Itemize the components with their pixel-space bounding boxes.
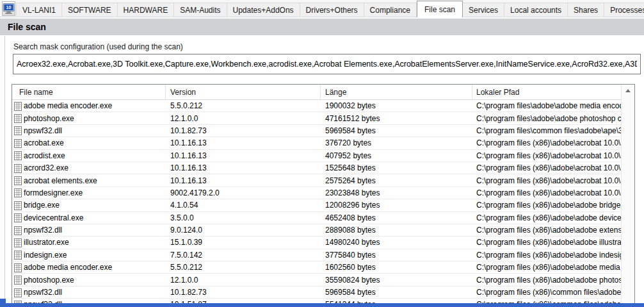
file-path: C:\program files (x86)\adobe\adobe exten… <box>472 224 622 236</box>
file-size: 2889088 bytes <box>321 224 472 236</box>
file-name: acrobat.exe <box>24 138 64 147</box>
column-header-version[interactable]: Version <box>166 85 321 99</box>
table-row[interactable]: devicecentral.exe 3.5.0.0 4652408 bytes … <box>12 212 622 224</box>
file-version: 5.5.0.212 <box>166 100 321 112</box>
file-path: C:\program files (x86)\adobe\adobe photo… <box>472 274 622 285</box>
file-grid-icon <box>13 188 22 197</box>
tab-drivers-others[interactable]: Drivers+Others <box>300 3 364 17</box>
file-path: C:\program files (x86)\adobe\adobe media… <box>472 261 622 273</box>
table-row[interactable]: npswf32.dll 9.0.124.0 2889088 bytes C:\p… <box>12 224 622 236</box>
file-grid-icon <box>13 276 22 285</box>
column-header-l-nge[interactable]: Länge <box>321 85 472 99</box>
file-size: 1525648 bytes <box>321 162 472 174</box>
file-grid-icon <box>13 263 22 272</box>
tab-software[interactable]: SOFTWARE <box>62 3 118 17</box>
file-size: 3775840 bytes <box>321 249 472 261</box>
tab-local-accounts[interactable]: Local accounts <box>504 3 568 17</box>
tab-sam-audits[interactable]: SAM-Audits <box>174 3 227 17</box>
search-mask-label: Search mask configuration (used during t… <box>13 42 183 51</box>
file-version: 10.1.16.13 <box>166 174 321 186</box>
file-size: 47161512 bytes <box>321 112 472 124</box>
file-size: 23023848 bytes <box>321 187 472 199</box>
file-size: 5969584 bytes <box>321 286 472 298</box>
table-row[interactable]: indesign.exe 7.5.0.142 3775840 bytes C:\… <box>12 249 622 261</box>
chevron-up-icon <box>625 89 631 92</box>
app-icon-button[interactable]: 10 <box>2 1 15 16</box>
file-table: File nameVersionLängeLokaler Pfad adobe … <box>12 84 635 307</box>
table-row[interactable]: illustrator.exe 15.1.0.39 14980240 bytes… <box>12 236 622 249</box>
file-name: illustrator.exe <box>24 238 69 247</box>
table-row[interactable]: acrord32.exe 10.1.16.13 1525648 bytes C:… <box>12 162 622 174</box>
column-header-lokaler-pfad[interactable]: Lokaler Pfad <box>472 85 622 99</box>
file-name: acrord32.exe <box>24 163 68 172</box>
file-grid-icon <box>13 251 22 260</box>
file-path: C:\program files\adobe\adobe photoshop c… <box>472 112 622 124</box>
table-row[interactable]: adobe media encoder.exe 5.5.0.212 190003… <box>12 100 622 112</box>
file-grid-icon <box>13 151 22 160</box>
file-path: C:\program files (x86)\adobe\acrobat 10.… <box>472 137 622 149</box>
file-path: C:\program files (x86)\adobe\adobe bridg… <box>472 199 622 211</box>
tab-compliance[interactable]: Compliance <box>364 3 417 17</box>
scroll-up-button[interactable] <box>622 85 634 96</box>
file-path: C:\program files (x86)\adobe\acrobat 10.… <box>472 150 622 162</box>
table-row[interactable]: formdesigner.exe 9002.4179.2.0 23023848 … <box>12 187 622 199</box>
file-grid-icon <box>13 139 22 148</box>
column-header-file-name[interactable]: File name <box>12 85 166 99</box>
file-size: 35590824 bytes <box>321 274 472 285</box>
file-path: C:\program files (x86)\adobe\acrobat 10.… <box>472 162 622 174</box>
table-header-row: File nameVersionLängeLokaler Pfad <box>12 85 622 100</box>
tab-bar: 10 VL-LANI1SOFTWAREHARDWARESAM-AuditsUpd… <box>0 0 644 17</box>
file-version: 10.1.82.73 <box>166 125 321 137</box>
file-version: 4.1.0.54 <box>166 199 321 211</box>
table-row[interactable]: acrobat elements.exe 10.1.16.13 2575264 … <box>12 174 622 187</box>
file-grid-icon <box>13 102 22 111</box>
page-header: File scan <box>0 19 644 35</box>
tab-vl-lani1[interactable]: VL-LANI1 <box>16 3 62 17</box>
file-grid-icon <box>13 126 22 135</box>
table-row[interactable]: npswf32.dll 10.1.82.73 5969584 bytes C:\… <box>12 286 622 299</box>
tab-updates-addons[interactable]: Updates+AddOns <box>227 3 300 17</box>
tab-processes[interactable]: Processes <box>604 3 644 17</box>
table-row[interactable]: acrobat.exe 10.1.16.13 376720 bytes C:\p… <box>12 137 622 149</box>
file-version: 7.5.0.142 <box>166 249 321 261</box>
file-name: npswf32.dll <box>24 226 62 235</box>
file-path: C:\program files (x86)\common files\adob… <box>472 286 622 298</box>
window-left-border <box>4 36 5 307</box>
file-grid-icon <box>13 164 22 173</box>
file-version: 10.1.16.13 <box>166 162 321 174</box>
tab-shares[interactable]: Shares <box>568 3 604 17</box>
file-name: photoshop.exe <box>24 276 74 285</box>
table-row[interactable]: photoshop.exe 12.1.0.0 35590824 bytes C:… <box>12 274 622 286</box>
file-scan-window: 10 VL-LANI1SOFTWAREHARDWARESAM-AuditsUpd… <box>0 0 644 307</box>
file-version: 10.1.82.73 <box>166 286 321 298</box>
file-grid-icon <box>13 114 22 123</box>
table-row[interactable]: bridge.exe 4.1.0.54 12008296 bytes C:\pr… <box>12 199 622 212</box>
tab-hardware[interactable]: HARDWARE <box>118 3 175 17</box>
file-grid-icon <box>13 201 22 210</box>
file-grid-icon <box>13 213 22 222</box>
svg-text:10: 10 <box>6 5 12 10</box>
file-name: formdesigner.exe <box>24 188 83 197</box>
bottom-left-accent <box>0 299 6 307</box>
file-path: C:\program files\common files\adobe\ape\… <box>472 125 622 137</box>
table-row[interactable]: acrodist.exe 10.1.16.13 407952 bytes C:\… <box>12 150 622 162</box>
file-version: 10.1.16.13 <box>166 150 321 162</box>
tab-file-scan[interactable]: File scan <box>417 1 463 17</box>
table-scrollbar[interactable] <box>621 85 634 306</box>
file-grid-icon <box>13 176 22 185</box>
table-row[interactable]: photoshop.exe 12.1.0.0 47161512 bytes C:… <box>12 112 622 124</box>
tab-services[interactable]: Services <box>463 3 504 17</box>
table-row[interactable]: npswf32.dll 10.1.82.73 5969584 bytes C:\… <box>12 125 622 137</box>
table-row[interactable]: adobe media encoder.exe 5.5.0.212 160256… <box>12 261 622 274</box>
file-version: 9002.4179.2.0 <box>166 187 321 199</box>
file-version: 12.1.0.0 <box>166 274 321 285</box>
file-size: 1602560 bytes <box>321 261 472 273</box>
file-size: 407952 bytes <box>321 150 472 162</box>
file-version: 9.0.124.0 <box>166 224 321 236</box>
file-name: devicecentral.exe <box>24 213 83 222</box>
file-size: 12008296 bytes <box>321 199 472 211</box>
file-grid-icon <box>13 226 22 235</box>
file-grid-icon <box>13 288 22 297</box>
file-path: C:\program files (x86)\adobe\adobe indes… <box>472 249 622 261</box>
search-mask-input[interactable] <box>13 54 641 74</box>
